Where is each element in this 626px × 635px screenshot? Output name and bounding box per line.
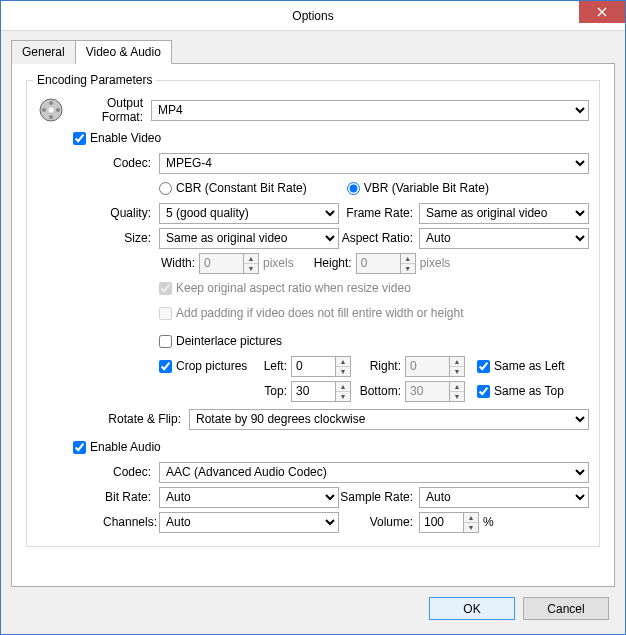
same-as-left-label: Same as Left (494, 359, 565, 373)
svg-point-3 (56, 108, 60, 112)
size-select[interactable]: Same as original video (159, 228, 339, 249)
crop-left-spinner[interactable]: ▲▼ (291, 356, 351, 377)
crop-pictures-label: Crop pictures (176, 359, 247, 373)
cancel-button[interactable]: Cancel (523, 597, 609, 620)
sample-rate-label: Sample Rate: (339, 490, 419, 504)
tab-page-video-audio: Encoding Parameters Output Format (11, 64, 615, 587)
quality-label: Quality: (103, 206, 159, 220)
crop-bottom-spin-buttons[interactable]: ▲▼ (449, 381, 465, 402)
enable-audio-checkbox[interactable]: Enable Audio (73, 440, 161, 454)
width-label: Width: (159, 256, 199, 270)
ok-button[interactable]: OK (429, 597, 515, 620)
tab-strip: General Video & Audio (11, 39, 615, 64)
volume-label: Volume: (339, 515, 419, 529)
same-as-left-checkbox[interactable]: Same as Left (477, 359, 565, 373)
volume-spinner[interactable]: ▲▼ (419, 512, 479, 533)
aspect-ratio-label: Aspect Ratio: (339, 231, 419, 245)
width-spin-buttons[interactable]: ▲▼ (243, 253, 259, 274)
output-format-row: Output Format: MP4 (37, 96, 589, 124)
channels-select[interactable]: Auto (159, 512, 339, 533)
enable-video-row: Enable Video (73, 127, 589, 149)
cbr-radio[interactable]: CBR (Constant Bit Rate) (159, 181, 307, 195)
size-aspect-row: Size: Same as original video Aspect Rati… (103, 227, 589, 249)
add-padding-label: Add padding if video does not fill entir… (176, 306, 464, 320)
crop-right-label: Right: (355, 359, 405, 373)
frame-rate-label: Frame Rate: (339, 206, 419, 220)
rotate-flip-select[interactable]: Rotate by 90 degrees clockwise (189, 409, 589, 430)
crop-right-spinner[interactable]: ▲▼ (405, 356, 465, 377)
quality-select[interactable]: 5 (good quality) (159, 203, 339, 224)
tab-general[interactable]: General (11, 40, 76, 64)
add-padding-checkbox[interactable]: Add padding if video does not fill entir… (159, 306, 464, 320)
crop-bottom-spinner[interactable]: ▲▼ (405, 381, 465, 402)
crop-bottom-label: Bottom: (355, 384, 405, 398)
bitrate-select[interactable]: Auto (159, 487, 339, 508)
height-unit: pixels (420, 256, 451, 270)
crop-right-input[interactable] (405, 356, 449, 377)
crop-left-input[interactable] (291, 356, 335, 377)
film-icon (37, 96, 65, 124)
bitrate-label: Bit Rate: (103, 490, 159, 504)
crop-top-input[interactable] (291, 381, 335, 402)
width-input[interactable] (199, 253, 243, 274)
same-as-top-checkbox[interactable]: Same as Top (477, 384, 564, 398)
window-title: Options (292, 9, 333, 23)
height-input[interactable] (356, 253, 400, 274)
keep-aspect-row: Keep original aspect ratio when resize v… (103, 277, 589, 299)
crop-top-label: Top: (259, 384, 291, 398)
height-spinner[interactable]: ▲▼ (356, 253, 416, 274)
enable-audio-label: Enable Audio (90, 440, 161, 454)
volume-spin-buttons[interactable]: ▲▼ (463, 512, 479, 533)
width-height-row: Width: ▲▼ pixels Height: ▲▼ pixels (103, 252, 589, 274)
audio-codec-select[interactable]: AAC (Advanced Audio Codec) (159, 462, 589, 483)
crop-bottom-input[interactable] (405, 381, 449, 402)
video-codec-label: Codec: (103, 156, 159, 170)
svg-point-4 (49, 115, 53, 119)
close-button[interactable] (579, 1, 625, 23)
crop-top-spin-buttons[interactable]: ▲▼ (335, 381, 351, 402)
content-area: General Video & Audio Encoding Parameter… (1, 31, 625, 634)
keep-aspect-label: Keep original aspect ratio when resize v… (176, 281, 411, 295)
add-padding-row: Add padding if video does not fill entir… (103, 302, 589, 324)
same-as-top-label: Same as Top (494, 384, 564, 398)
size-label: Size: (103, 231, 159, 245)
svg-point-5 (42, 108, 46, 112)
vbr-radio[interactable]: VBR (Variable Bit Rate) (347, 181, 489, 195)
rotate-flip-row: Rotate & Flip: Rotate by 90 degrees cloc… (103, 408, 589, 430)
svg-point-1 (49, 108, 54, 113)
crop-top-spinner[interactable]: ▲▼ (291, 381, 351, 402)
video-codec-select[interactable]: MPEG-4 (159, 153, 589, 174)
volume-input[interactable] (419, 512, 463, 533)
crop-top-bottom-row: Top: ▲▼ Bottom: ▲▼ Same as Top (103, 380, 589, 402)
width-unit: pixels (263, 256, 294, 270)
rotate-flip-label: Rotate & Flip: (103, 412, 189, 426)
encoding-parameters-group: Encoding Parameters Output Format (26, 80, 600, 547)
aspect-ratio-select[interactable]: Auto (419, 228, 589, 249)
channels-volume-row: Channels: Auto Volume: ▲▼ % (103, 511, 589, 533)
tab-video-audio[interactable]: Video & Audio (75, 40, 172, 64)
quality-framerate-row: Quality: 5 (good quality) Frame Rate: Sa… (103, 202, 589, 224)
channels-label: Channels: (103, 515, 159, 529)
width-spinner[interactable]: ▲▼ (199, 253, 259, 274)
height-label: Height: (312, 256, 356, 270)
enable-video-checkbox[interactable]: Enable Video (73, 131, 161, 145)
deinterlace-checkbox[interactable]: Deinterlace pictures (159, 334, 282, 348)
video-codec-row: Codec: MPEG-4 (103, 152, 589, 174)
output-format-label: Output Format: (67, 96, 151, 124)
frame-rate-select[interactable]: Same as original video (419, 203, 589, 224)
group-title: Encoding Parameters (33, 73, 156, 87)
titlebar: Options (1, 1, 625, 31)
cbr-label: CBR (Constant Bit Rate) (176, 181, 307, 195)
bitrate-samplerate-row: Bit Rate: Auto Sample Rate: Auto (103, 486, 589, 508)
audio-codec-row: Codec: AAC (Advanced Audio Codec) (103, 461, 589, 483)
keep-aspect-checkbox[interactable]: Keep original aspect ratio when resize v… (159, 281, 411, 295)
crop-left-spin-buttons[interactable]: ▲▼ (335, 356, 351, 377)
crop-pictures-checkbox[interactable]: Crop pictures (159, 359, 259, 373)
vbr-label: VBR (Variable Bit Rate) (364, 181, 489, 195)
deinterlace-label: Deinterlace pictures (176, 334, 282, 348)
sample-rate-select[interactable]: Auto (419, 487, 589, 508)
height-spin-buttons[interactable]: ▲▼ (400, 253, 416, 274)
dialog-footer: OK Cancel (11, 587, 615, 624)
output-format-select[interactable]: MP4 (151, 100, 589, 121)
crop-right-spin-buttons[interactable]: ▲▼ (449, 356, 465, 377)
